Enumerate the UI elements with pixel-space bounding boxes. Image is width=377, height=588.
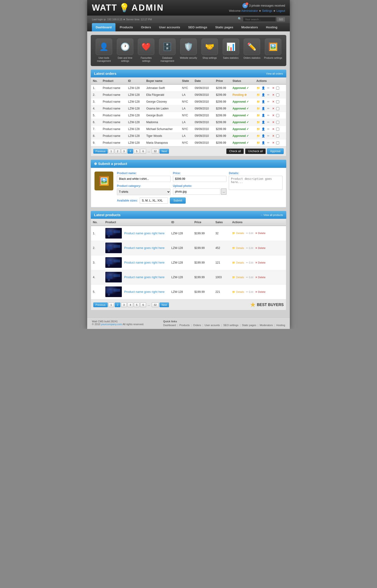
details-action[interactable]: 📁 Details: [232, 276, 244, 279]
check-all-btn[interactable]: Check all: [226, 149, 244, 154]
products-page-5[interactable]: 5: [134, 302, 140, 307]
nav-products[interactable]: Products: [116, 23, 137, 31]
edit-icon[interactable]: ✏: [266, 93, 271, 97]
details-action[interactable]: 📁 Details: [232, 247, 244, 250]
orders-page-6[interactable]: 6: [140, 149, 146, 154]
product-name-link[interactable]: Product name goes right here: [124, 275, 165, 279]
nav-moderators[interactable]: Moderators: [237, 23, 262, 31]
price-input[interactable]: [173, 176, 227, 182]
products-page-1[interactable]: 1: [108, 302, 114, 307]
edit-icon[interactable]: ✏: [266, 106, 271, 111]
icon-orders-stats[interactable]: ✏️ Orders statistics: [242, 38, 261, 63]
product-name-link[interactable]: Product name goes right here: [124, 246, 165, 250]
category-select[interactable]: T-shirts: [117, 188, 171, 195]
edit-icon[interactable]: ✏: [266, 86, 271, 90]
nav-static-pages[interactable]: Static pages: [211, 23, 237, 31]
nav-seo-settings[interactable]: SEO settings: [184, 23, 211, 31]
uncheck-all-btn[interactable]: Uncheck all: [245, 149, 266, 154]
folder-icon[interactable]: 📁: [256, 106, 261, 111]
footer-link-static[interactable]: Static pages: [242, 324, 256, 326]
row-checkbox[interactable]: [276, 121, 279, 124]
details-action[interactable]: 📁 Details: [232, 232, 244, 235]
user-icon[interactable]: 👤: [261, 134, 266, 138]
edit-action[interactable]: ✏ Edit: [246, 290, 253, 294]
footer-link-users[interactable]: User acounts: [204, 324, 220, 326]
edit-icon[interactable]: ✏: [266, 141, 271, 145]
product-name-input[interactable]: [117, 176, 171, 182]
user-icon[interactable]: 👤: [261, 106, 266, 111]
folder-icon[interactable]: 📁: [256, 100, 261, 104]
nav-dashboard[interactable]: Dashboard: [92, 23, 116, 31]
edit-icon[interactable]: ✏: [266, 134, 271, 138]
orders-prev-btn[interactable]: Previous: [93, 149, 108, 154]
approve-btn[interactable]: Approve: [267, 149, 284, 154]
footer-link-dashboard[interactable]: Dashboard: [163, 324, 176, 326]
delete-icon[interactable]: ✕: [271, 120, 275, 124]
products-page-4[interactable]: 4: [128, 302, 133, 307]
best-buyers[interactable]: ★ BEST BUYERS: [250, 301, 284, 308]
orders-page-3[interactable]: 3: [121, 149, 127, 154]
folder-icon[interactable]: 📁: [256, 113, 261, 117]
products-next-btn[interactable]: Next: [160, 302, 169, 307]
row-checkbox[interactable]: [276, 141, 279, 144]
edit-action[interactable]: ✏ Edit: [246, 261, 253, 264]
message-icon[interactable]: ✉ 3: [242, 3, 248, 8]
footer-link-products[interactable]: Products: [179, 324, 189, 326]
icon-database[interactable]: 🗄️ Database management: [158, 38, 177, 63]
footer-link-seo[interactable]: SEO settings: [223, 324, 238, 326]
logout-link[interactable]: Logout: [276, 9, 285, 13]
row-checkbox[interactable]: [276, 87, 279, 90]
delete-action[interactable]: ✕ Delete: [255, 232, 266, 235]
product-name-link[interactable]: Product name goes right here: [124, 290, 165, 294]
folder-icon[interactable]: 📁: [256, 134, 261, 138]
delete-icon[interactable]: ✕: [271, 100, 275, 104]
browse-button[interactable]: ...: [221, 188, 226, 195]
user-link[interactable]: Administrator: [241, 9, 258, 13]
icon-user-tools[interactable]: 👤 User tools management: [94, 38, 114, 63]
orders-page-5[interactable]: 5: [134, 149, 140, 154]
edit-icon[interactable]: ✏: [266, 120, 271, 124]
icon-products-settings[interactable]: 🖼️ Products settings: [263, 38, 283, 63]
products-page-32[interactable]: 32: [152, 302, 159, 307]
company-link[interactable]: yourcompany.com: [101, 323, 122, 325]
user-icon[interactable]: 👤: [261, 141, 266, 145]
file-name-input[interactable]: [173, 188, 221, 195]
user-icon[interactable]: 👤: [261, 113, 266, 117]
footer-link-moderators[interactable]: Moderators: [260, 324, 273, 326]
products-prev-btn[interactable]: Previous: [93, 302, 108, 307]
products-page-2[interactable]: 2: [115, 302, 120, 307]
folder-icon[interactable]: 📁: [256, 120, 261, 124]
search-button[interactable]: GO: [277, 17, 285, 22]
edit-action[interactable]: ✏ Edit: [246, 232, 253, 235]
delete-action[interactable]: ✕ Delete: [255, 247, 266, 250]
user-icon[interactable]: 👤: [261, 100, 266, 104]
folder-icon[interactable]: 📁: [256, 93, 261, 97]
view-all-products-link[interactable]: → View all products: [260, 213, 283, 216]
user-icon[interactable]: 👤: [261, 120, 266, 124]
delete-action[interactable]: ✕ Delete: [255, 290, 266, 294]
delete-icon[interactable]: ✕: [271, 134, 275, 138]
row-checkbox[interactable]: [276, 114, 279, 117]
orders-next-btn[interactable]: Next: [160, 149, 169, 154]
folder-icon[interactable]: 📁: [256, 86, 261, 90]
footer-link-hosting[interactable]: Hosting: [276, 324, 285, 326]
products-page-6[interactable]: 6: [140, 302, 146, 307]
delete-icon[interactable]: ✕: [271, 106, 275, 111]
user-icon[interactable]: 👤: [261, 86, 266, 90]
orders-page-2[interactable]: 2: [115, 149, 120, 154]
user-icon[interactable]: 👤: [261, 93, 266, 97]
delete-icon[interactable]: ✕: [271, 93, 275, 97]
search-input[interactable]: [243, 17, 276, 22]
row-checkbox[interactable]: [276, 128, 279, 131]
delete-icon[interactable]: ✕: [271, 127, 275, 131]
icon-favourites[interactable]: ❤️ Favourites settings: [137, 38, 156, 63]
view-all-orders-link[interactable]: View all orders: [266, 72, 283, 75]
delete-action[interactable]: ✕ Delete: [255, 261, 266, 264]
orders-page-1[interactable]: 1: [108, 149, 114, 154]
delete-icon[interactable]: ✕: [271, 86, 275, 90]
product-name-link[interactable]: Product name goes right here: [124, 231, 165, 235]
edit-icon[interactable]: ✏: [266, 100, 271, 104]
icon-shop[interactable]: 🤝 Shop settings: [200, 38, 219, 63]
product-name-link[interactable]: Product name goes right here: [124, 261, 165, 264]
row-checkbox[interactable]: [276, 135, 279, 138]
